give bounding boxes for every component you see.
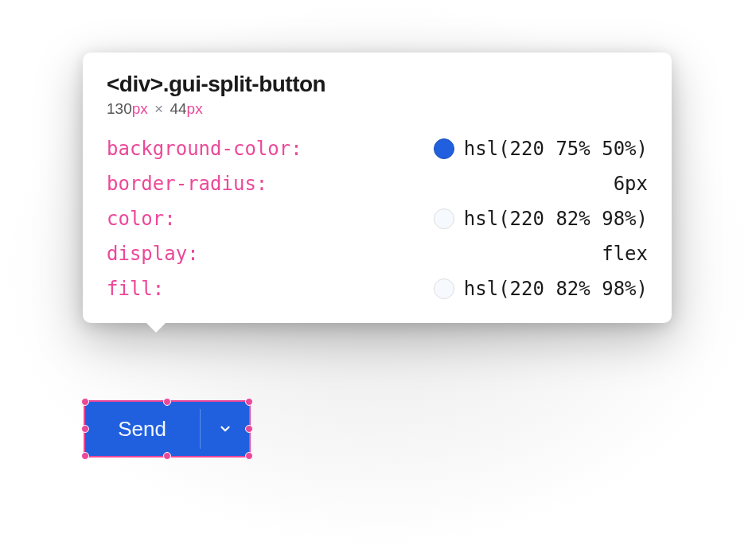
property-value: hsl(220 75% 50%) [464,138,648,160]
property-name: color [107,208,164,230]
height-value: 44 [170,100,186,117]
element-selector: <div>.gui-split-button [107,72,648,97]
property-name: fill [107,278,153,300]
split-button-selection: Send [84,401,250,457]
element-class: .gui-split-button [163,72,326,96]
property-name: border-radius [107,173,256,195]
property-value: 6px [614,173,648,195]
width-unit: px [132,100,148,117]
devtools-tooltip: <div>.gui-split-button 130px × 44px back… [83,53,672,323]
property-row-fill: fill: hsl(220 82% 98%) [107,275,648,302]
element-dimensions: 130px × 44px [107,100,648,118]
tooltip-header: <div>.gui-split-button 130px × 44px [107,72,648,118]
property-row-display: display: flex [107,240,648,267]
gui-split-button[interactable]: Send [84,401,250,457]
send-button[interactable]: Send [84,401,200,457]
css-properties-list: background-color: hsl(220 75% 50%) borde… [107,135,648,302]
color-swatch-icon [434,208,454,229]
property-row-color: color: hsl(220 82% 98%) [107,205,648,232]
width-value: 130 [107,100,132,117]
dropdown-button[interactable] [201,401,250,457]
property-value: hsl(220 82% 98%) [464,208,648,230]
property-name: background-color [107,138,290,160]
color-swatch-icon [434,278,454,299]
property-name: display [107,243,187,265]
dimension-separator: × [154,100,163,117]
color-swatch-icon [434,138,454,159]
element-tag: <div> [107,72,163,96]
property-value: hsl(220 82% 98%) [464,278,648,300]
property-row-background-color: background-color: hsl(220 75% 50%) [107,135,648,162]
property-row-border-radius: border-radius: 6px [107,170,648,197]
chevron-down-icon [218,422,232,436]
height-unit: px [187,100,203,117]
property-value: flex [602,243,648,265]
